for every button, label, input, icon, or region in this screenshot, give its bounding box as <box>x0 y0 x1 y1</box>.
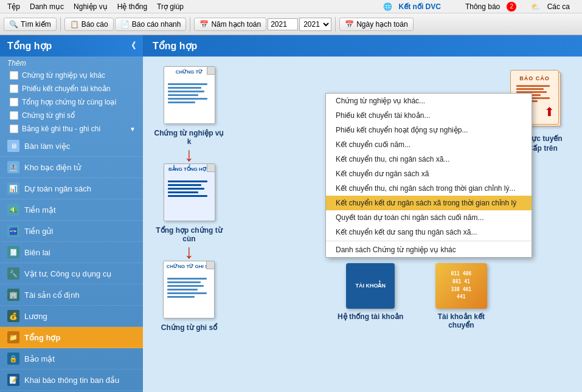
fiscal-date-btn[interactable]: 📅 Ngày hạch toán <box>339 18 413 31</box>
doc-line <box>168 188 204 190</box>
sidebar-section-label: Thêm <box>0 57 143 69</box>
sidebar-collapse-btn[interactable]: 《 <box>127 41 136 52</box>
chung-tu-ghiso-card[interactable]: CHỨNG TỪ GHI SỐ Chứng từ ghi sổ <box>161 261 217 332</box>
calendar-icon: 📅 <box>199 20 209 29</box>
year-input[interactable] <box>268 18 298 30</box>
bank-icon: 🏦 <box>7 161 19 173</box>
sidebar-subitem-chungtughiso[interactable]: Chứng từ ghi sổ <box>0 109 143 122</box>
taikhoan-img: TÀI KHOẢN <box>346 263 395 309</box>
declare-icon: 📝 <box>7 374 19 386</box>
doc-line <box>167 292 207 294</box>
menu-trogiup[interactable]: Trợ giúp <box>152 2 189 11</box>
sidebar-item-khaibao[interactable]: 📝 Khai báo thông tin ban đầu <box>0 370 143 391</box>
arrow-down-1: ↓ <box>184 143 194 166</box>
menu-item-1[interactable]: Phiếu kết chuyển tài khoản... <box>326 108 532 123</box>
menu-item-8[interactable]: Quyết toán dự toán chi ngân sách cuối nă… <box>326 210 532 225</box>
doc-line <box>167 296 195 298</box>
menu-nghiepvu[interactable]: Nghiệp vụ <box>69 2 113 11</box>
sidebar-item-bienai[interactable]: 🧾 Biên lai <box>0 242 143 263</box>
doc-line <box>168 94 198 96</box>
sidebar-item-tonghop[interactable]: 📁 Tổng hợp <box>0 327 143 348</box>
doc-line <box>168 184 201 186</box>
tools-icon: 🔧 <box>7 267 19 280</box>
doc-line <box>167 281 201 283</box>
deposit-icon: 🏧 <box>7 225 19 237</box>
doc-line <box>168 87 201 89</box>
bottom-cards-row: TÀI KHOẢN Hệ thống tài khoản 011 486881 … <box>338 263 494 329</box>
hethong-taikhoan-card[interactable]: TÀI KHOẢN Hệ thống tài khoản <box>338 263 403 329</box>
taikhoan-img-label: TÀI KHOẢN <box>355 282 386 290</box>
doc-line <box>168 191 198 193</box>
doc-icon2 <box>10 84 18 93</box>
sidebar-item-tiengui[interactable]: 🏧 Tiền gửi <box>0 221 143 242</box>
menu-hethong[interactable]: Hệ thống <box>113 2 152 11</box>
arrow-down-2: ↓ <box>184 241 194 263</box>
search-button[interactable]: 🔍 Tìm kiếm <box>4 18 57 31</box>
menu-item-7[interactable]: Kết chuyển kết dư ngân sách xã trong thờ… <box>326 196 532 210</box>
menu-item-5[interactable]: Kết chuyển dư ngân sách xã <box>326 167 532 181</box>
sidebar-item-tienmat[interactable]: 💵 Tiền mặt <box>0 199 143 221</box>
separator-2 <box>190 17 190 32</box>
search-icon: 🔍 <box>9 20 18 29</box>
doc-line <box>168 91 204 92</box>
chung-tu-ghiso-label: Chứng từ ghi sổ <box>161 323 217 332</box>
menu-bar: Tệp Danh mục Nghiệp vụ Hệ thống Trợ giúp… <box>0 0 582 13</box>
sidebar-subitem-bangke[interactable]: Bảng kê ghi thu - ghi chi ▼ <box>0 122 143 136</box>
doc-icon5 <box>10 125 18 133</box>
menu-item-6[interactable]: Kết chuyển thu, chi ngân sách trong thời… <box>326 181 532 196</box>
menu-item-2[interactable]: Phiếu kết chuyển hoạt động sự nghiệp... <box>326 123 532 137</box>
report-button[interactable]: 📋 Báo cáo <box>64 18 114 31</box>
sidebar-item-banlamviec[interactable]: 🖥 Bàn làm việc <box>0 136 143 157</box>
sidebar-subitem-phieuketchuyen[interactable]: Phiếu kết chuyển tài khoản <box>0 82 143 95</box>
sidebar-item-taisan[interactable]: 🏢 Tài sản cố định <box>0 284 143 306</box>
menu-danhmuc[interactable]: Danh mục <box>25 2 69 11</box>
sidebar-item-vattu[interactable]: 🔧 Vật tư, Công cụ dụng cụ <box>0 263 143 284</box>
menu-tep[interactable]: Tệp <box>2 2 25 11</box>
sidebar-subitem-tonghop[interactable]: Tổng hợp chứng từ cùng loại <box>0 95 143 109</box>
ketnoi-dvc-btn[interactable]: 🌐 Kết nối DVC <box>378 2 451 11</box>
doc-line <box>167 285 204 287</box>
doc-icon <box>10 71 18 80</box>
bang-tonghop-card[interactable]: BẢNG TỔNG HỢP Tổng hợp chứng từ cùn <box>153 163 226 243</box>
doc-line <box>167 289 198 291</box>
sidebar-item-luong[interactable]: 💰 Lương <box>0 306 143 327</box>
year-dropdown[interactable]: 2021 <box>299 18 331 31</box>
menu-item-10[interactable]: Danh sách Chứng từ nghiệp vụ khác <box>326 242 532 257</box>
sidebar-item-baomat[interactable]: 🔒 Bảo mật <box>0 348 143 370</box>
report-icon: 📋 <box>70 20 79 29</box>
sidebar-subitem-chungtunghiepvu[interactable]: Chứng từ nghiệp vụ khác <box>0 69 143 82</box>
doc-icon4 <box>10 111 18 120</box>
bang-tonghop-title: BẢNG TỔNG HỢP <box>164 164 215 173</box>
menu-item-9[interactable]: Kết chuyển kết dư sang thu ngân sách xã.… <box>326 225 532 239</box>
doc-line <box>167 278 207 280</box>
menu-item-0[interactable]: Chứng từ nghiệp vụ khác... <box>326 94 532 108</box>
security-icon: 🔒 <box>7 352 19 365</box>
cash-icon: 💵 <box>7 204 19 216</box>
doc-line <box>168 181 207 182</box>
ketchuyen-numbers: 011 486881 41338 461441 <box>451 270 471 301</box>
receipt-icon: 🧾 <box>7 246 19 258</box>
menu-separator <box>326 241 532 241</box>
chung-tu-title: CHỨNG TỪ <box>164 67 215 76</box>
fiscal-year-btn[interactable]: 📅 Năm hạch toán <box>194 18 266 31</box>
sidebar: Tổng hợp 《 Thêm Chứng từ nghiệp vụ khác … <box>0 35 143 392</box>
context-menu: Chứng từ nghiệp vụ khác... Phiếu kết chu… <box>325 93 532 258</box>
thongbao-btn[interactable]: Thông báo 2 <box>456 2 521 12</box>
quick-report-button[interactable]: 📄 Báo cáo nhanh <box>115 18 187 31</box>
budget-icon: 📊 <box>7 182 19 194</box>
sidebar-item-dutoan[interactable]: 📊 Dự toán ngân sách <box>0 178 143 199</box>
taikhoan-ketchuyen-card[interactable]: 011 486881 41338 461441 Tài khoản kết ch… <box>428 263 494 329</box>
taikhoan-ketchuyen-label: Tài khoản kết chuyển <box>428 312 494 329</box>
desktop-icon: 🖥 <box>7 140 19 152</box>
content-title: Tổng hợp <box>153 41 197 51</box>
salary-icon: 💰 <box>7 310 19 322</box>
doc-line <box>168 195 207 197</box>
doc-line <box>168 98 207 100</box>
chung-tu-card[interactable]: CHỨNG TỪ Chứng từ nghiệp vụ k <box>153 66 226 146</box>
hethong-taikhoan-label: Hệ thống tài khoản <box>338 312 403 321</box>
content-header: Tổng hợp <box>143 35 582 57</box>
sidebar-item-khobac[interactable]: 🏦 Kho bạc điện tử <box>0 157 143 178</box>
menu-item-3[interactable]: Kết chuyển cuối năm... <box>326 137 532 152</box>
menu-item-4[interactable]: Kết chuyển thu, chi ngân sách xã... <box>326 152 532 167</box>
cacca-btn[interactable]: ⛅ Các ca <box>526 2 580 11</box>
